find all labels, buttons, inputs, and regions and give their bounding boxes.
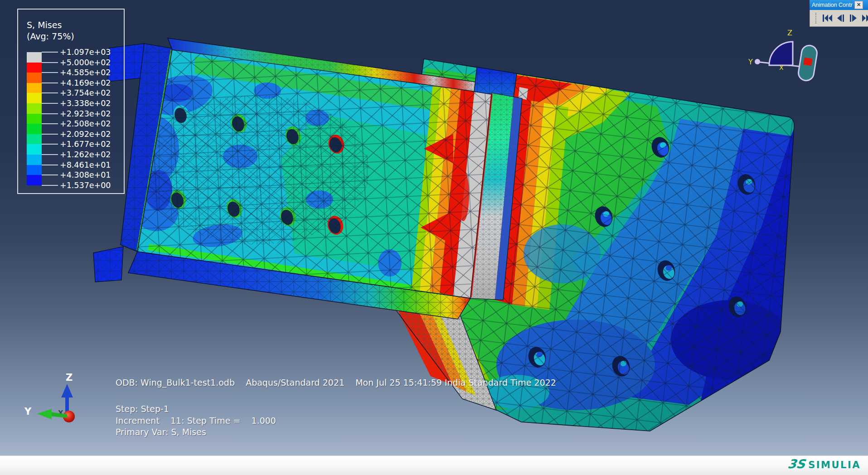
legend-tick: [42, 134, 58, 135]
legend-color-band: [27, 93, 42, 103]
footer-strip: [0, 456, 868, 475]
legend-tick: [42, 62, 58, 63]
compass-x-label: X: [779, 64, 784, 71]
legend-color-band: [27, 83, 42, 93]
view-compass[interactable]: Z Y X: [748, 29, 818, 82]
legend-title: S, Mises: [27, 19, 124, 31]
y-axis-label: Y: [24, 406, 32, 417]
legend-color-band: [27, 134, 42, 145]
legend-subtitle: (Avg: 75%): [27, 31, 124, 42]
legend-value: +4.585e+02: [60, 68, 111, 77]
contour-legend: S, Mises (Avg: 75%) +1.097e+03+5.000e+02…: [17, 9, 125, 194]
legend-tick: [42, 165, 58, 165]
abaqus-viewer-window: { "legend": { "title": "S, Mises", "subt…: [0, 0, 868, 475]
legend-value: +2.092e+02: [60, 129, 111, 138]
animation-control-window: Animation Contr ✕: [810, 0, 868, 28]
legend-value: +2.923e+02: [60, 109, 111, 118]
legend-color-band: [27, 103, 42, 114]
primary-var-line: Primary Var: S, Mises: [116, 427, 206, 437]
step-line: Step: Step-1: [116, 404, 169, 414]
legend-color-band: [27, 114, 42, 124]
legend-tick: [42, 92, 58, 93]
legend-scale: +1.097e+03+5.000e+02+4.585e+02+4.169e+02…: [18, 52, 126, 186]
compass-z-label: Z: [787, 29, 792, 37]
animation-control-title: Animation Contr: [812, 2, 853, 8]
legend-tick: [42, 82, 58, 83]
legend-tick: [42, 123, 58, 124]
compass-origin-dot: [755, 59, 760, 64]
legend-color-band: [27, 73, 42, 83]
legend-tick: [42, 113, 58, 114]
legend-tick: [42, 103, 58, 104]
legend-value: +1.677e+02: [60, 140, 111, 149]
legend-value: +1.262e+02: [60, 150, 111, 159]
simulia-brand-name: SIMULIA: [808, 458, 861, 472]
legend-value: +3.754e+02: [60, 88, 111, 97]
compass-y-label: Y: [748, 58, 753, 66]
compass-quarter-pie[interactable]: [769, 42, 793, 65]
legend-color-band: [27, 63, 42, 73]
legend-tick: [42, 144, 58, 145]
legend-color-band: [27, 175, 42, 185]
left-plate-mesh: [93, 38, 522, 319]
legend-tick: [42, 72, 58, 73]
legend-value: +3.338e+02: [60, 99, 111, 108]
close-icon[interactable]: ✕: [854, 1, 863, 9]
legend-tick: [42, 154, 58, 155]
increment-line: Increment 11: Step Time = 1.000: [116, 416, 276, 426]
odb-info-line: ODB: Wing_Bulk1-test1.odb Abaqus/Standar…: [116, 378, 556, 388]
legend-value: +8.461e+01: [60, 160, 111, 169]
legend-value: +1.097e+03: [60, 48, 111, 57]
animation-control-toolbar: [810, 10, 868, 27]
legend-tick: [42, 185, 58, 186]
simulia-logo: 3S SIMULIA: [788, 457, 861, 472]
legend-value: +1.537e+00: [60, 180, 111, 189]
legend-tick: [42, 174, 58, 175]
legend-value: +2.508e+02: [60, 119, 111, 128]
y-axis-arrow-head: [37, 409, 52, 419]
legend-color-band: [27, 155, 42, 165]
legend-value: +4.169e+02: [60, 78, 111, 87]
legend-color-band: [27, 144, 42, 155]
legend-color-band: [27, 52, 42, 63]
simulia-3ds-logo-icon: 3S: [787, 457, 806, 471]
coordinate-triad: X Z Y: [24, 372, 75, 422]
toolbar-grip-handle[interactable]: [815, 13, 818, 24]
animation-control-titlebar[interactable]: Animation Contr ✕: [810, 0, 868, 10]
legend-color-band: [27, 124, 42, 134]
legend-color-band: [27, 165, 42, 175]
compass-red-square: [803, 58, 812, 66]
next-frame-button[interactable]: [849, 13, 858, 23]
previous-frame-button[interactable]: [836, 13, 846, 23]
legend-value: +5.000e+02: [60, 58, 111, 67]
z-axis-label: Z: [66, 372, 73, 383]
legend-tick: [42, 52, 58, 53]
legend-value: +4.308e+01: [60, 170, 111, 179]
first-frame-button[interactable]: [822, 13, 833, 23]
last-frame-button[interactable]: [862, 13, 868, 23]
z-axis-arrow-head: [61, 384, 73, 397]
